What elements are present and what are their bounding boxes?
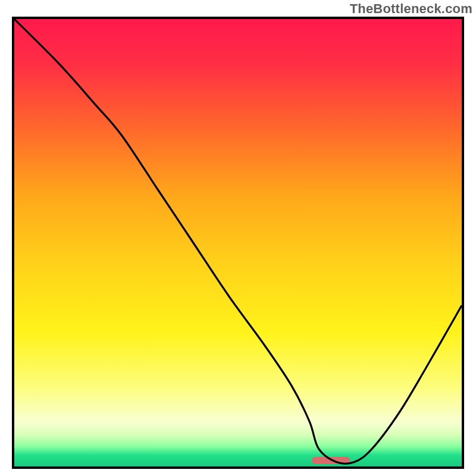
- bottleneck-curve: [14, 19, 462, 466]
- chart-frame: [12, 17, 464, 469]
- watermark-text: TheBottleneck.com: [350, 1, 472, 17]
- curve-path: [14, 19, 462, 464]
